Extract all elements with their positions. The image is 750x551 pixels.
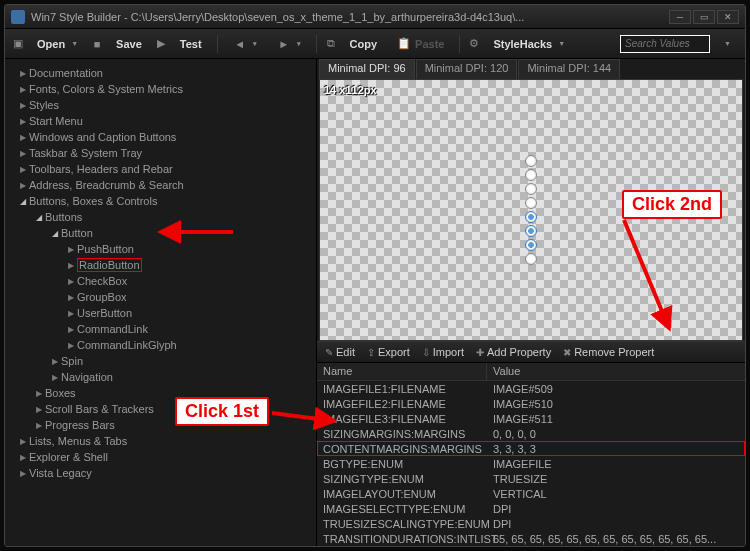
tree-node-scroll-bars-trackers[interactable]: ▶Scroll Bars & Trackers: [5, 401, 316, 417]
tab-dpi-96[interactable]: Minimal DPI: 96: [319, 59, 415, 79]
tree-arrow-icon[interactable]: ◢: [17, 197, 29, 206]
property-row[interactable]: CONTENTMARGINS:MARGINS3, 3, 3, 3: [317, 441, 745, 456]
save-button[interactable]: Save: [108, 35, 150, 53]
property-list[interactable]: IMAGEFILE1:FILENAMEIMAGE#509IMAGEFILE2:F…: [317, 381, 745, 546]
open-button[interactable]: Open▼: [29, 35, 86, 53]
tree-arrow-icon[interactable]: ▶: [17, 165, 29, 174]
tree-arrow-icon[interactable]: ▶: [49, 357, 61, 366]
back-button[interactable]: ◄▾: [225, 34, 265, 54]
tree-node-userbutton[interactable]: ▶UserButton: [5, 305, 316, 321]
close-button[interactable]: ✕: [717, 10, 739, 24]
tree-arrow-icon[interactable]: ◢: [33, 213, 45, 222]
forward-button[interactable]: ►▾: [269, 34, 309, 54]
tree-arrow-icon[interactable]: ▶: [17, 437, 29, 446]
property-value: 0, 0, 0, 0: [487, 426, 745, 441]
import-icon: ⇩: [422, 347, 430, 358]
remove-property-button[interactable]: ✖Remove Propert: [557, 344, 660, 360]
property-row[interactable]: TRANSITIONDURATIONS:INTLIST65, 65, 65, 6…: [317, 531, 745, 546]
tree-arrow-icon[interactable]: ▶: [17, 85, 29, 94]
property-row[interactable]: SIZINGMARGINS:MARGINS0, 0, 0, 0: [317, 426, 745, 441]
tree-node-commandlink[interactable]: ▶CommandLink: [5, 321, 316, 337]
tree-node-styles[interactable]: ▶Styles: [5, 97, 316, 113]
tree-arrow-icon[interactable]: ▶: [17, 453, 29, 462]
tree-arrow-icon[interactable]: ▶: [65, 293, 77, 302]
import-button[interactable]: ⇩Import: [416, 344, 470, 360]
tree-arrow-icon[interactable]: ▶: [17, 69, 29, 78]
search-options-button[interactable]: ▼: [714, 37, 739, 50]
tree-arrow-icon[interactable]: ▶: [65, 245, 77, 254]
tree-arrow-icon[interactable]: ▶: [65, 277, 77, 286]
test-button[interactable]: Test: [172, 35, 210, 53]
tree-node-lists-menus-tabs[interactable]: ▶Lists, Menus & Tabs: [5, 433, 316, 449]
tree-node-pushbutton[interactable]: ▶PushButton: [5, 241, 316, 257]
tree-node-commandlinkglyph[interactable]: ▶CommandLinkGlyph: [5, 337, 316, 353]
property-row[interactable]: SIZINGTYPE:ENUMTRUESIZE: [317, 471, 745, 486]
window-title: Win7 Style Builder - C:\Users\Jerry\Desk…: [31, 11, 669, 23]
property-name: BGTYPE:ENUM: [317, 456, 487, 471]
tree-node-radiobutton[interactable]: ▶RadioButton: [5, 257, 316, 273]
property-row[interactable]: IMAGEFILE2:FILENAMEIMAGE#510: [317, 396, 745, 411]
maximize-button[interactable]: ▭: [693, 10, 715, 24]
property-row[interactable]: TRUESIZESCALINGTYPE:ENUMDPI: [317, 516, 745, 531]
tree-sidebar[interactable]: ▶Documentation▶Fonts, Colors & System Me…: [5, 59, 317, 546]
tree-label: Address, Breadcrumb & Search: [29, 179, 184, 191]
tree-arrow-icon[interactable]: ◢: [49, 229, 61, 238]
tree-arrow-icon[interactable]: ▶: [65, 325, 77, 334]
tab-dpi-144[interactable]: Minimal DPI: 144: [518, 59, 620, 79]
tree-arrow-icon[interactable]: ▶: [65, 309, 77, 318]
tree-node-windows-and-caption-buttons[interactable]: ▶Windows and Caption Buttons: [5, 129, 316, 145]
radio-state-8: [525, 253, 537, 265]
tree-arrow-icon[interactable]: ▶: [17, 133, 29, 142]
tree-node-spin[interactable]: ▶Spin: [5, 353, 316, 369]
search-box[interactable]: [620, 35, 710, 53]
titlebar[interactable]: Win7 Style Builder - C:\Users\Jerry\Desk…: [5, 5, 745, 29]
tree-arrow-icon[interactable]: ▶: [65, 341, 77, 350]
tree-node-navigation[interactable]: ▶Navigation: [5, 369, 316, 385]
property-row[interactable]: BGTYPE:ENUMIMAGEFILE: [317, 456, 745, 471]
tree-arrow-icon[interactable]: ▶: [33, 389, 45, 398]
tree-arrow-icon[interactable]: ▶: [17, 117, 29, 126]
tree-node-buttons-boxes-controls[interactable]: ◢Buttons, Boxes & Controls: [5, 193, 316, 209]
tree-node-explorer-shell[interactable]: ▶Explorer & Shell: [5, 449, 316, 465]
tree-node-fonts-colors-system-metrics[interactable]: ▶Fonts, Colors & System Metrics: [5, 81, 316, 97]
search-input[interactable]: [625, 38, 705, 49]
tree-node-start-menu[interactable]: ▶Start Menu: [5, 113, 316, 129]
tree-label: Start Menu: [29, 115, 83, 127]
tree-node-toolbars-headers-and-rebar[interactable]: ▶Toolbars, Headers and Rebar: [5, 161, 316, 177]
tree-node-buttons[interactable]: ◢Buttons: [5, 209, 316, 225]
stylehacks-icon: ⚙: [467, 37, 481, 51]
tree-arrow-icon[interactable]: ▶: [33, 421, 45, 430]
property-row[interactable]: IMAGESELECTTYPE:ENUMDPI: [317, 501, 745, 516]
tree-arrow-icon[interactable]: ▶: [17, 469, 29, 478]
tree-arrow-icon[interactable]: ▶: [33, 405, 45, 414]
property-row[interactable]: IMAGELAYOUT:ENUMVERTICAL: [317, 486, 745, 501]
col-value-header[interactable]: Value: [487, 363, 745, 380]
col-name-header[interactable]: Name: [317, 363, 487, 380]
stylehacks-button[interactable]: StyleHacks▼: [485, 35, 573, 53]
tree-node-address-breadcrumb-search[interactable]: ▶Address, Breadcrumb & Search: [5, 177, 316, 193]
tab-dpi-120[interactable]: Minimal DPI: 120: [416, 59, 518, 79]
export-button[interactable]: ⇪Export: [361, 344, 416, 360]
minimize-button[interactable]: ─: [669, 10, 691, 24]
tree-arrow-icon[interactable]: ▶: [65, 261, 77, 270]
tree-node-checkbox[interactable]: ▶CheckBox: [5, 273, 316, 289]
tree-node-groupbox[interactable]: ▶GroupBox: [5, 289, 316, 305]
tree-node-taskbar-system-tray[interactable]: ▶Taskbar & System Tray: [5, 145, 316, 161]
tree-node-documentation[interactable]: ▶Documentation: [5, 65, 316, 81]
paste-button[interactable]: 📋Paste: [389, 34, 452, 54]
edit-button[interactable]: ✎Edit: [319, 344, 361, 360]
property-row[interactable]: IMAGEFILE1:FILENAMEIMAGE#509: [317, 381, 745, 396]
tree-arrow-icon[interactable]: ▶: [49, 373, 61, 382]
property-value: TRUESIZE: [487, 471, 745, 486]
tree-arrow-icon[interactable]: ▶: [17, 181, 29, 190]
tree-node-progress-bars[interactable]: ▶Progress Bars: [5, 417, 316, 433]
tree-node-vista-legacy[interactable]: ▶Vista Legacy: [5, 465, 316, 481]
property-name: IMAGESELECTTYPE:ENUM: [317, 501, 487, 516]
property-row[interactable]: IMAGEFILE3:FILENAMEIMAGE#511: [317, 411, 745, 426]
tree-arrow-icon[interactable]: ▶: [17, 101, 29, 110]
copy-button[interactable]: Copy: [342, 35, 386, 53]
tree-node-boxes[interactable]: ▶Boxes: [5, 385, 316, 401]
tree-arrow-icon[interactable]: ▶: [17, 149, 29, 158]
preview-area[interactable]: 14 x112px Click 2nd: [319, 79, 743, 341]
add-property-button[interactable]: ✚Add Property: [470, 344, 557, 360]
